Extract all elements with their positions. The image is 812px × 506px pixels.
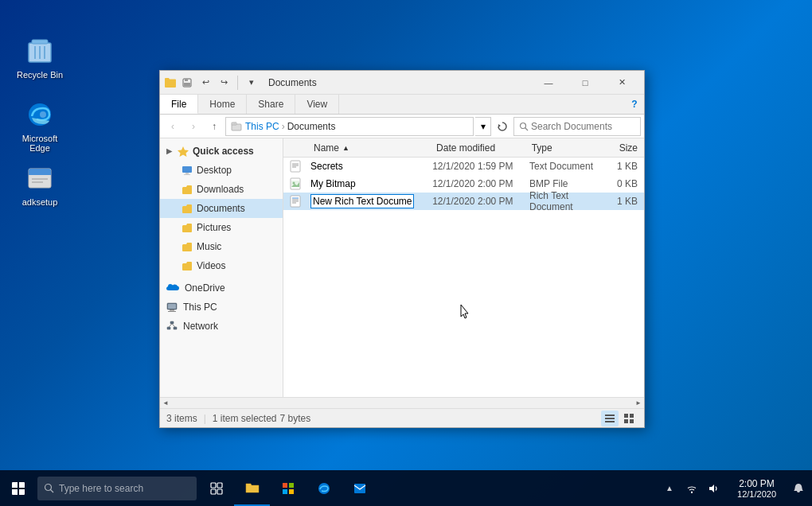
address-path[interactable]: This PC › Documents [225, 117, 474, 136]
sidebar-label-quick-access: Quick access [193, 146, 254, 157]
sidebar-label-downloads: Downloads [197, 184, 244, 195]
mail-taskbar-button[interactable] [342, 470, 377, 506]
scroll-right-btn[interactable]: ► [633, 398, 644, 409]
svg-line-55 [51, 489, 54, 492]
tab-share[interactable]: Share [247, 95, 295, 114]
network-tray-icon[interactable] [681, 470, 703, 506]
minimize-button[interactable]: — [530, 71, 567, 95]
col-header-name[interactable]: Name ▲ [307, 138, 430, 157]
svg-rect-49 [605, 421, 615, 422]
task-view-button[interactable] [198, 470, 234, 506]
svg-rect-48 [605, 418, 615, 419]
svg-rect-31 [174, 327, 177, 329]
taskbar-search-box[interactable] [37, 477, 197, 500]
breadcrumb-documents[interactable]: Documents [287, 121, 336, 132]
tab-view[interactable]: View [295, 95, 339, 114]
refresh-button[interactable] [493, 117, 512, 136]
sidebar-item-onedrive[interactable]: OneDrive [160, 278, 283, 298]
sidebar: ▶ Quick access Desktop 📌 Downloads 📌 [160, 138, 283, 397]
ribbon-tabs: File Home Share View ? [160, 95, 644, 114]
status-bar: 3 items | 1 item selected 7 bytes [160, 408, 644, 427]
file-type-rich-text: Rich Text Document [523, 190, 603, 212]
sidebar-item-documents[interactable]: Documents 📌 [160, 199, 283, 218]
close-button[interactable]: ✕ [603, 71, 640, 95]
status-bar-view-buttons [601, 411, 638, 426]
address-dropdown[interactable]: ▾ [475, 117, 491, 136]
store-taskbar-button[interactable] [270, 470, 306, 506]
svg-rect-22 [182, 166, 192, 173]
file-list: Name ▲ Date modified Type Size [283, 138, 644, 397]
sidebar-item-desktop[interactable]: Desktop 📌 [160, 161, 283, 180]
file-row-rich-text[interactable]: 12/1/2020 2:00 PM Rich Text Document 1 K… [283, 193, 644, 210]
volume-tray-icon[interactable] [703, 470, 725, 506]
svg-rect-58 [211, 489, 216, 494]
help-button[interactable]: ? [625, 95, 644, 114]
show-hidden-icons-button[interactable]: ▲ [658, 470, 681, 506]
undo-qs-btn[interactable]: ↩ [197, 74, 214, 91]
taskbar-search-input[interactable] [59, 483, 186, 494]
up-button[interactable]: ↑ [205, 117, 224, 136]
col-header-type[interactable]: Type [525, 138, 604, 157]
forward-button[interactable]: › [184, 117, 203, 136]
address-bar: ‹ › ↑ This PC › Documents ▾ [160, 115, 644, 138]
customize-btn[interactable]: ▾ [243, 74, 260, 91]
sidebar-item-network[interactable]: Network [160, 317, 283, 336]
adksetup-icon [24, 162, 56, 194]
sidebar-label-network: Network [183, 321, 218, 332]
file-date-secrets: 12/1/2020 1:59 PM [426, 161, 523, 172]
edge-taskbar-button[interactable] [306, 470, 342, 506]
sidebar-label-music: Music [197, 241, 221, 252]
file-size-secrets: 1 KB [603, 161, 644, 172]
sidebar-item-downloads[interactable]: Downloads 📌 [160, 180, 283, 199]
svg-rect-63 [289, 489, 294, 494]
file-rename-input[interactable] [310, 194, 414, 208]
horizontal-scrollbar[interactable]: ◄ ► [160, 397, 644, 408]
svg-rect-59 [217, 489, 222, 494]
breadcrumb-this-pc[interactable]: This PC [245, 121, 279, 132]
file-name-rich-text-cell [307, 194, 426, 208]
recycle-bin-icon [24, 35, 56, 67]
file-explorer-taskbar-button[interactable] [234, 470, 270, 506]
desktop-icon-adksetup[interactable]: adksetup [12, 159, 68, 210]
search-box[interactable] [513, 117, 641, 136]
sidebar-item-this-pc[interactable]: This PC [160, 298, 283, 317]
status-selection: 1 item selected [213, 413, 277, 424]
svg-line-20 [525, 127, 529, 130]
tab-file[interactable]: File [160, 95, 198, 114]
search-input[interactable] [531, 121, 627, 132]
svg-point-19 [521, 123, 526, 128]
save-qs-btn[interactable] [178, 74, 196, 91]
svg-rect-28 [168, 304, 176, 309]
col-header-date[interactable]: Date modified [430, 138, 525, 157]
view-details-btn[interactable] [601, 411, 619, 426]
svg-rect-23 [185, 173, 189, 174]
file-name-bitmap: My Bitmap [307, 178, 426, 189]
view-large-icons-btn[interactable] [620, 411, 638, 426]
start-button[interactable] [0, 470, 36, 506]
taskbar-date: 12/1/2020 [737, 489, 776, 499]
desktop-icon-recycle-bin[interactable]: Recycle Bin [12, 32, 68, 83]
maximize-button[interactable]: □ [567, 71, 603, 95]
back-button[interactable]: ‹ [163, 117, 182, 136]
sidebar-item-pictures[interactable]: Pictures 📌 [160, 218, 283, 237]
redo-qs-btn[interactable]: ↪ [215, 74, 232, 91]
sidebar-section-quick-access[interactable]: ▶ Quick access [160, 142, 283, 161]
edge-label: Microsoft Edge [15, 134, 64, 153]
file-row-secrets[interactable]: Secrets 12/1/2020 1:59 PM Text Document … [283, 158, 644, 175]
sidebar-item-music[interactable]: Music [160, 237, 283, 256]
scroll-left-btn[interactable]: ◄ [160, 398, 171, 409]
sidebar-label-documents: Documents [197, 203, 245, 214]
file-icon-secrets [283, 160, 307, 173]
svg-rect-52 [624, 419, 628, 423]
notification-center-button[interactable] [784, 470, 812, 506]
desktop-icon-edge[interactable]: Microsoft Edge [12, 95, 68, 156]
col-header-size[interactable]: Size [603, 138, 644, 157]
svg-marker-67 [709, 485, 714, 492]
taskbar-clock[interactable]: 2:00 PM 12/1/2020 [729, 470, 784, 506]
windows-logo [12, 482, 25, 495]
window-title: Documents [268, 77, 530, 88]
scroll-track[interactable] [171, 398, 633, 409]
breadcrumb-sep: › [282, 121, 285, 132]
tab-home[interactable]: Home [198, 95, 247, 114]
sidebar-item-videos[interactable]: Videos [160, 256, 283, 275]
